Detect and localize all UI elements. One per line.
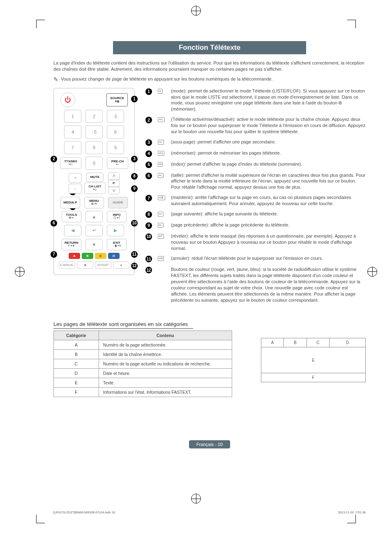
source-sub-icon: ⟲⧉ [115, 100, 120, 103]
list-item: 5≡i(index): permet d'afficher la page d'… [145, 161, 366, 168]
btn-icon: ≡X [158, 256, 165, 261]
item-text: Boutons de couleur (rouge, vert, jaune, … [171, 266, 366, 303]
item-text: (révéler): affiche le texte masqué (les … [171, 233, 366, 252]
keypad-4: 4 [64, 125, 81, 139]
p-label: P [108, 180, 120, 187]
layout-cell-c: C [307, 338, 330, 347]
btn-icon: ≡/⌂ [158, 117, 165, 122]
item-text: (page suivante): affiche la page suivant… [171, 211, 366, 217]
keypad-7: 7 [64, 141, 81, 154]
source-label: SOURCE [110, 97, 124, 100]
item-number: 7 [145, 195, 152, 201]
btn-icon: ≡i [158, 162, 165, 167]
menu-button: MENU⊞ ≡i [84, 197, 104, 208]
color-button-row: A B C D [59, 253, 129, 259]
prech-button: PRE-CH≡○ [107, 157, 128, 169]
list-item: 3≡○(sous-page): permet d'afficher une pa… [145, 139, 366, 146]
item-text: (index): permet d'afficher la page d'ind… [171, 161, 366, 167]
keypad-1: 1 [64, 110, 81, 123]
ttx-button: TTX/MIX≡/⌂ [60, 157, 81, 169]
intro-text: La page d'index du télétexte contient de… [53, 60, 366, 72]
item-number: 6 [145, 173, 152, 179]
ch-up-icon: ᐱ [108, 172, 120, 180]
subsection-title: Les pages de télétexte sont organisées e… [53, 321, 193, 329]
list-item: 10≡?(révéler): affiche le texte masqué (… [145, 233, 366, 252]
crop-mark [36, 20, 45, 28]
btn-icon: ≡↓ [158, 222, 165, 228]
btn-icon: ≡. [158, 88, 165, 94]
doc-timestamp: 2013-11-20 ￼ 2:51:36 [338, 511, 366, 514]
cell-content: Numéro de la page sélectionnée. [99, 340, 232, 350]
item-number: 3 [145, 139, 152, 146]
nav-left-icon: ◀ [64, 225, 81, 236]
keypad-9: 9 [107, 141, 124, 154]
chlist-button: CH LIST≡◇ [84, 183, 106, 194]
layout-diagram: A B C D E F [261, 338, 366, 382]
item-number: 4 [145, 150, 152, 157]
list-item: 9≡↓(page précédente): affiche la page pr… [145, 222, 366, 229]
list-item: 4≡◇(mémoriser): permet de mémoriser les … [145, 150, 366, 157]
feature-list: 1≡.(mode): permet de sélectionner le mod… [145, 88, 366, 307]
registration-mark-icon [15, 267, 25, 277]
media-button: MEDIA.P [60, 197, 80, 208]
item-number: 1 [145, 88, 152, 95]
btn-icon: ≡◇ [158, 150, 165, 156]
keypad-6: 6 [107, 125, 124, 139]
item-number: 9 [145, 222, 152, 229]
page-content: Fonction Télétexte La page d'index du té… [53, 41, 366, 448]
item-text: (page précédente): affiche la page précé… [171, 222, 366, 228]
item-number: 10 [145, 233, 152, 240]
stop-button: ■ [113, 261, 129, 269]
btn-icon: ≡↑ [158, 211, 165, 217]
callout-1: 1 [131, 96, 138, 102]
item-text: (Télétexte activé/mix/désactivé): active… [171, 116, 366, 135]
registration-mark-icon [367, 267, 377, 277]
tools-button: TOOLS⚙ ≡↕ [62, 211, 81, 222]
crop-mark [347, 20, 356, 28]
item-number: 5 [145, 162, 152, 168]
mute-button: MUTE [86, 173, 104, 182]
layout-cell-e: E [261, 347, 366, 373]
item-text: (mode): permet de sélectionner le mode T… [171, 88, 366, 112]
callout-6: 6 [51, 220, 57, 226]
table-row: FInformations sur l'état. Informations F… [54, 388, 232, 397]
cell-cat: F [54, 388, 99, 397]
crop-mark [347, 515, 356, 523]
ch-down-icon: ᐯ [108, 187, 120, 194]
note-icon: ✎ [53, 76, 58, 82]
keypad-0: 0 [85, 157, 103, 170]
list-item: 11≡X(annuler): réduit l'écran télétexte … [145, 255, 366, 262]
return-button: RETURN↶ ≡⏸ [62, 239, 81, 250]
list-item: 1≡.(mode): permet de sélectionner le mod… [145, 88, 366, 112]
registration-mark-icon [191, 6, 201, 16]
cell-content: Identité de la chaîne émettrice. [99, 350, 232, 359]
remote-illustration: 1 2 3 4 5 6 7 8 9 10 11 12 ⏻ SOURCE ⟲⧉ 1… [53, 88, 135, 275]
layout-cell-d: D [330, 338, 365, 347]
section-heading: Fonction Télétexte [113, 41, 306, 54]
cell-cat: A [54, 340, 99, 350]
item-number: 8 [145, 211, 152, 218]
table-row: ETexte. [54, 378, 232, 388]
list-item: 2≡/⌂(Télétexte activé/mix/désactivé): ac… [145, 116, 366, 135]
cell-content: Date et heure. [99, 369, 232, 378]
cell-content: Informations sur l'état. Informations FA… [99, 388, 232, 397]
document-footer: [UF6170-ZGZT]BN68-04932B-07L04.indb 10 2… [53, 511, 366, 514]
color-d-button: D [108, 253, 120, 259]
category-table: Catégorie Contenu ANuméro de la page sél… [53, 330, 232, 397]
vol-down-icon: − [69, 184, 82, 194]
table-row: ANuméro de la page sélectionnée. [54, 340, 232, 350]
cell-cat: C [54, 359, 99, 369]
table-row: DDate et heure. [54, 369, 232, 378]
btn-icon: ≡⏸ [158, 195, 165, 200]
callout-8: 8 [131, 173, 138, 180]
keypad-8: 8 [85, 141, 103, 154]
item-text: (taille): permet d'afficher la moitié su… [171, 172, 366, 191]
exit-button: EXIT→▮ ≡X [107, 239, 127, 250]
color-c-button: C [95, 253, 106, 259]
guide-button: GUIDE [108, 197, 128, 208]
cell-cat: E [54, 378, 99, 388]
layout-cell-f: F [261, 373, 366, 382]
power-icon: ⏻ [60, 92, 75, 107]
btn-icon: ≡○ [158, 139, 165, 145]
callout-9: 9 [131, 185, 138, 192]
